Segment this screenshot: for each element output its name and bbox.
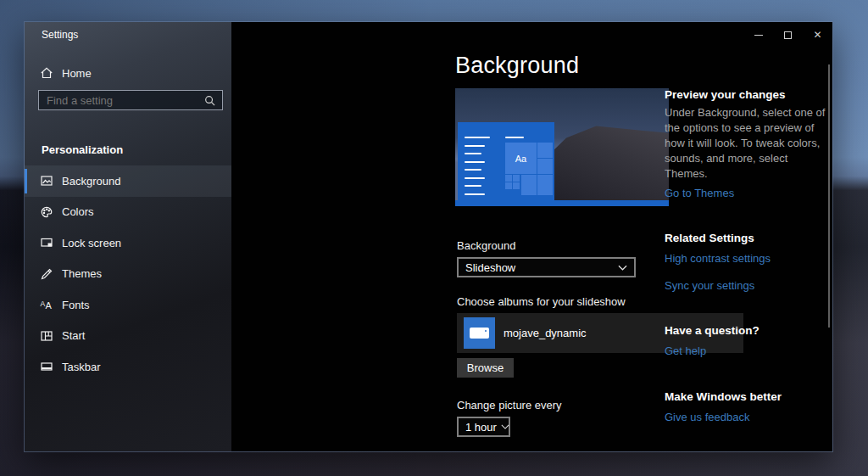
album-name: mojave_dynamic — [504, 327, 587, 339]
have-a-question-heading: Have a question? — [665, 324, 831, 337]
dropdown-selected-value: 1 hour — [459, 421, 497, 434]
sidebar-item-label: Background — [62, 175, 120, 188]
related-settings-heading: Related Settings — [665, 232, 831, 244]
sidebar-item-label: Start — [62, 329, 85, 342]
themes-icon — [40, 267, 53, 281]
maximize-icon — [784, 31, 792, 39]
preview-menu-list — [465, 137, 490, 206]
background-type-dropdown[interactable]: Slideshow — [457, 257, 636, 277]
dropdown-selected-value: Slideshow — [459, 261, 618, 274]
preview-tiles-header — [505, 137, 524, 138]
sidebar: Settings Home Personalization — [25, 22, 231, 451]
album-picture-icon — [464, 317, 495, 349]
page-title: Background — [455, 53, 579, 79]
sidebar-item-label: Colors — [62, 205, 94, 218]
help-column: Preview your changes Under Background, s… — [665, 88, 831, 423]
sidebar-item-label: Fonts — [62, 299, 90, 311]
lock-screen-icon — [40, 236, 53, 249]
sidebar-item-background[interactable]: Background — [25, 165, 231, 197]
minimize-icon — [754, 35, 763, 36]
close-icon: ✕ — [813, 29, 821, 41]
sidebar-item-label: Lock screen — [62, 237, 121, 249]
minimize-button[interactable] — [743, 22, 773, 48]
window-title: Settings — [42, 29, 78, 41]
preview-aa-tile: Aa — [505, 143, 537, 174]
sidebar-section-heading: Personalization — [42, 143, 123, 156]
give-us-feedback-link[interactable]: Give us feedback — [665, 411, 749, 423]
maximize-button[interactable] — [773, 22, 803, 48]
go-to-themes-link[interactable]: Go to Themes — [665, 187, 734, 199]
sidebar-item-label: Themes — [62, 267, 102, 280]
home-icon — [40, 66, 53, 80]
sidebar-item-label: Taskbar — [62, 361, 101, 373]
background-dropdown-label: Background — [457, 239, 515, 252]
interval-label: Change picture every — [457, 399, 562, 412]
sidebar-item-fonts[interactable]: A A Fonts — [25, 289, 231, 321]
search-box[interactable] — [38, 90, 223, 110]
sidebar-item-start[interactable]: Start — [25, 321, 231, 352]
svg-text:A: A — [46, 300, 53, 311]
search-input[interactable] — [39, 91, 204, 109]
background-preview-thumbnail: Aa — [455, 88, 669, 206]
desktop-wallpaper: Settings Home Personalization — [0, 0, 868, 476]
close-button[interactable]: ✕ — [803, 22, 832, 48]
sync-your-settings-link[interactable]: Sync your settings — [665, 279, 754, 292]
get-help-link[interactable]: Get help — [665, 344, 706, 357]
sidebar-item-lock-screen[interactable]: Lock screen — [25, 227, 231, 259]
browse-button[interactable]: Browse — [457, 358, 514, 378]
image-icon — [40, 174, 53, 188]
chevron-down-icon — [618, 265, 627, 271]
sidebar-item-home[interactable]: Home — [25, 59, 231, 87]
window-caption-buttons: ✕ — [743, 22, 832, 48]
sidebar-item-colors[interactable]: Colors — [25, 197, 231, 228]
high-contrast-settings-link[interactable]: High contrast settings — [665, 252, 771, 265]
preview-start-menu: Aa — [458, 122, 554, 200]
chevron-down-icon — [501, 424, 509, 429]
search-icon[interactable] — [204, 95, 215, 106]
albums-label: Choose albums for your slideshow — [457, 295, 626, 308]
preview-changes-heading: Preview your changes — [665, 88, 831, 101]
taskbar-icon — [40, 360, 53, 373]
interval-dropdown[interactable]: 1 hour — [457, 417, 510, 437]
sidebar-item-themes[interactable]: Themes — [25, 259, 231, 290]
preview-tile-grid: Aa — [505, 143, 553, 195]
content-area: ✕ Background Aa — [231, 22, 832, 451]
preview-taskbar — [455, 200, 669, 206]
sidebar-nav: Background Colors — [25, 165, 231, 383]
settings-window: Settings Home Personalization — [24, 21, 833, 452]
palette-icon — [40, 205, 53, 219]
make-windows-better-heading: Make Windows better — [665, 390, 831, 403]
vertical-scrollbar[interactable] — [828, 64, 830, 328]
start-icon — [40, 329, 53, 343]
sidebar-item-label: Home — [62, 67, 92, 80]
fonts-icon: A A — [40, 298, 53, 311]
preview-changes-text: Under Background, select one of the opti… — [665, 105, 831, 182]
sidebar-item-taskbar[interactable]: Taskbar — [25, 351, 231, 383]
